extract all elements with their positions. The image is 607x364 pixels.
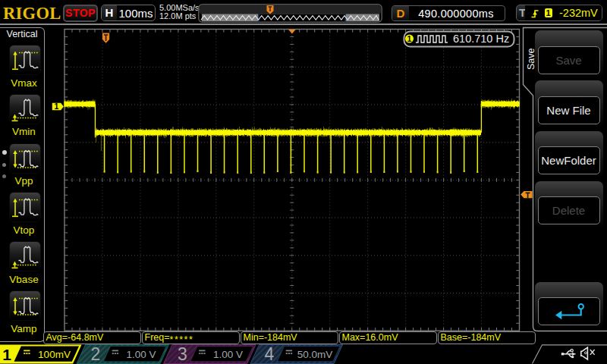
- svg-text:100mV: 100mV: [38, 349, 71, 360]
- svg-text:1.00 V: 1.00 V: [213, 349, 243, 360]
- svg-text:1: 1: [407, 34, 412, 43]
- svg-text:50.0mV: 50.0mV: [297, 349, 333, 360]
- svg-text:3: 3: [178, 344, 187, 364]
- svg-text:610.710 Hz: 610.710 Hz: [453, 33, 509, 45]
- svg-text:2: 2: [91, 344, 101, 364]
- svg-text:1: 1: [55, 102, 59, 111]
- svg-text:4: 4: [265, 344, 275, 364]
- svg-text:1: 1: [2, 346, 11, 363]
- svg-text:1.00 V: 1.00 V: [126, 349, 156, 360]
